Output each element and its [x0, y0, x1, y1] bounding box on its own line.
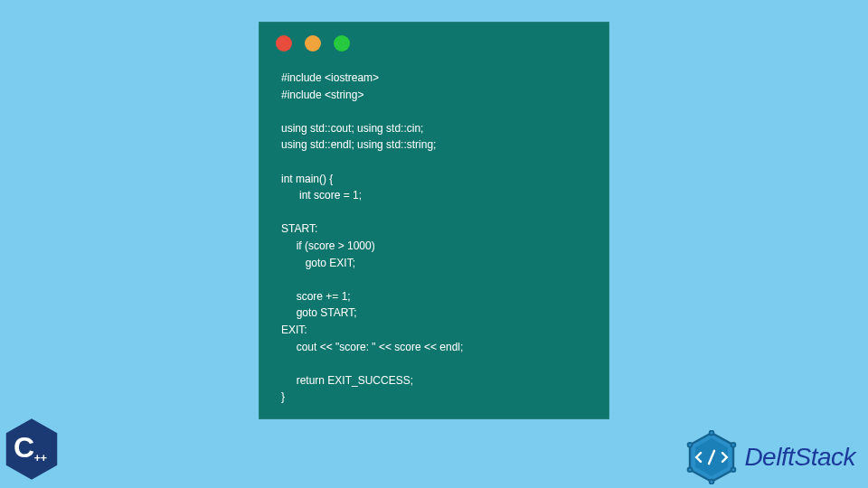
- cpp-letter: C: [14, 431, 34, 464]
- brand-block: DelftStack: [684, 430, 855, 484]
- code-block: #include <iostream> #include <string> us…: [259, 57, 609, 418]
- cpp-plus: ++: [34, 452, 47, 465]
- svg-point-3: [710, 431, 714, 436]
- svg-point-6: [710, 480, 714, 484]
- svg-point-4: [731, 443, 736, 447]
- cpp-logo-icon: C ++: [4, 418, 60, 481]
- delftstack-logo-icon: [684, 430, 739, 484]
- brand-name: DelftStack: [744, 443, 855, 472]
- code-window: #include <iostream> #include <string> us…: [259, 22, 609, 419]
- traffic-red-icon: [276, 35, 292, 52]
- traffic-yellow-icon: [305, 35, 321, 52]
- window-traffic-lights: [259, 23, 609, 57]
- svg-point-8: [688, 443, 693, 447]
- svg-point-5: [731, 467, 736, 472]
- traffic-green-icon: [334, 35, 350, 52]
- svg-point-7: [688, 467, 693, 472]
